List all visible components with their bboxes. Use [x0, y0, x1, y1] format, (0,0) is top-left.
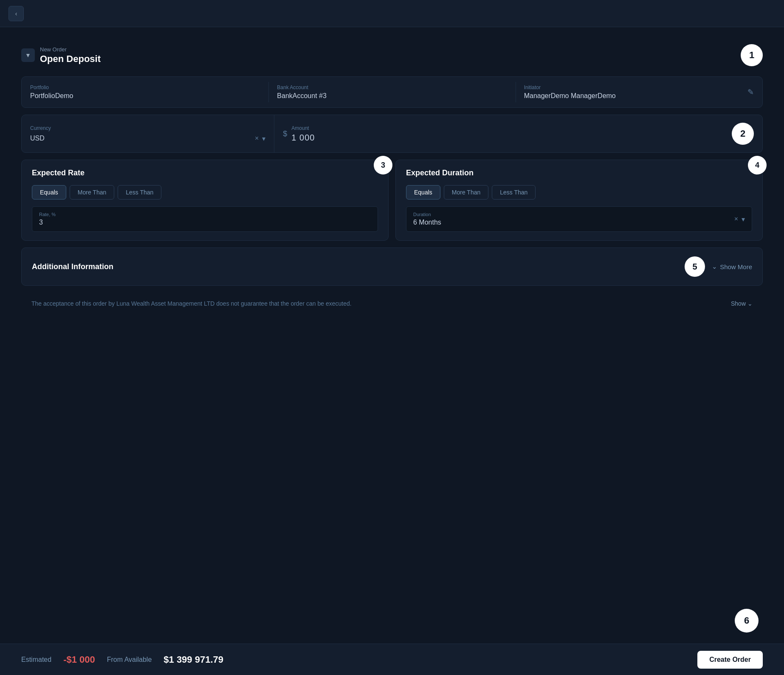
initiator-label: Initiator — [524, 84, 616, 90]
additional-info-card: Additional Information 5 ⌄ Show More — [21, 248, 763, 286]
duration-equals-btn[interactable]: Equals — [406, 185, 440, 200]
duration-clear-icon[interactable]: × — [734, 215, 738, 223]
back-button[interactable]: ‹ — [8, 6, 24, 21]
duration-input-inner: Duration 6 Months × ▾ — [413, 212, 745, 226]
rate-equals-btn[interactable]: Equals — [32, 185, 66, 200]
portfolio-label: Portfolio — [30, 84, 260, 90]
back-icon: ‹ — [15, 10, 17, 17]
estimated-value: -$1 000 — [63, 654, 95, 665]
top-bar: ‹ — [0, 0, 784, 27]
show-link[interactable]: Show ⌄ — [731, 299, 753, 308]
page-subtitle: New Order — [40, 46, 101, 53]
page-header-titles: New Order Open Deposit — [40, 46, 101, 65]
currency-section: Currency USD × ▾ — [22, 115, 274, 152]
additional-info-title: Additional Information — [32, 262, 113, 271]
dropdown-icon[interactable]: ▾ — [262, 135, 265, 143]
rate-field-value: 3 — [39, 219, 371, 226]
bank-account-section: Bank Account BankAccount #3 — [268, 77, 515, 107]
amount-section: $ Amount 1 000 2 — [274, 115, 762, 152]
portfolio-section: Portfolio PortfolioDemo — [22, 77, 268, 107]
show-more-label: Show More — [720, 263, 752, 270]
expected-rate-title: Expected Rate — [32, 169, 85, 177]
duration-chevron-icon[interactable]: ▾ — [742, 215, 745, 223]
show-link-label: Show — [731, 299, 746, 308]
step-circle-2: 2 — [732, 123, 754, 145]
duration-field-label: Duration — [413, 212, 441, 217]
expected-duration-card: Expected Duration 4 Equals More Than Les… — [395, 160, 763, 241]
estimated-label: Estimated — [21, 656, 51, 664]
expected-rate-card: Expected Rate 3 Equals More Than Less Th… — [21, 160, 389, 241]
currency-label: Currency — [30, 125, 265, 131]
step-circle-6: 6 — [735, 609, 759, 633]
expected-duration-header: Expected Duration 4 — [406, 169, 752, 177]
step-circle-4: 4 — [748, 156, 767, 174]
header-badge: ▼ — [21, 48, 35, 62]
portfolio-bank-card: Portfolio PortfolioDemo Bank Account Ban… — [21, 76, 763, 108]
header-badge-icon: ▼ — [25, 52, 31, 59]
expected-rate-header: Expected Rate 3 — [32, 169, 378, 177]
from-available-label: From Available — [107, 656, 152, 664]
show-more-chevron: ⌄ — [712, 263, 717, 270]
fields-row: Portfolio PortfolioDemo Bank Account Ban… — [22, 77, 762, 107]
bottom-bar: Estimated -$1 000 From Available $1 399 … — [0, 644, 784, 675]
step-circle-3: 3 — [374, 156, 392, 174]
duration-less-than-btn[interactable]: Less Than — [492, 185, 536, 200]
currency-amount-card: Currency USD × ▾ $ Amount 1 000 — [21, 115, 763, 153]
duration-more-than-btn[interactable]: More Than — [444, 185, 488, 200]
expected-duration-title: Expected Duration — [406, 169, 474, 177]
initiator-section: Initiator ManagerDemo ManagerDemo ✎ — [516, 77, 762, 107]
page-title: Open Deposit — [40, 53, 101, 65]
duration-toggle-group: Equals More Than Less Than — [406, 185, 752, 200]
page-header: ▼ New Order Open Deposit 1 — [21, 44, 763, 66]
portfolio-value: PortfolioDemo — [30, 92, 260, 100]
show-more-button[interactable]: ⌄ Show More — [712, 263, 752, 270]
bank-account-label: Bank Account — [277, 84, 507, 90]
disclaimer-section: The acceptance of this order by Luna Wea… — [21, 292, 763, 315]
currency-controls: USD × ▾ — [30, 135, 265, 143]
rate-field-label: Rate, % — [39, 212, 371, 217]
step-circle-5: 5 — [685, 256, 705, 277]
rate-input-field[interactable]: Rate, % 3 — [32, 206, 378, 232]
currency-value: USD — [30, 135, 45, 142]
main-content: ▼ New Order Open Deposit 1 Portfolio Por… — [0, 27, 784, 468]
rate-less-than-btn[interactable]: Less Than — [118, 185, 161, 200]
clear-icon[interactable]: × — [255, 135, 259, 143]
edit-icon[interactable]: ✎ — [747, 87, 754, 97]
additional-info-header: Additional Information 5 ⌄ Show More — [22, 248, 762, 285]
initiator-inner: Initiator ManagerDemo ManagerDemo ✎ — [524, 84, 754, 100]
step-circle-1: 1 — [741, 44, 763, 66]
amount-field: Amount 1 000 — [291, 125, 315, 143]
currency-icons: × ▾ — [255, 135, 265, 143]
bank-account-value: BankAccount #3 — [277, 92, 507, 100]
amount-left: $ Amount 1 000 — [283, 125, 315, 143]
amount-value: 1 000 — [291, 133, 315, 143]
duration-dropdown-controls: × ▾ — [734, 215, 745, 223]
rate-more-than-btn[interactable]: More Than — [70, 185, 114, 200]
disclaimer-text: The acceptance of this order by Luna Wea… — [31, 299, 352, 308]
estimated-section: Estimated -$1 000 From Available $1 399 … — [21, 654, 223, 665]
dollar-sign-icon: $ — [283, 129, 287, 138]
show-link-chevron: ⌄ — [747, 299, 753, 308]
currency-amount-row: Currency USD × ▾ $ Amount 1 000 — [22, 115, 762, 152]
page-header-left: ▼ New Order Open Deposit — [21, 46, 101, 65]
initiator-value: ManagerDemo ManagerDemo — [524, 92, 616, 100]
dual-section-row: Expected Rate 3 Equals More Than Less Th… — [21, 160, 763, 241]
from-available-value: $1 399 971.79 — [164, 654, 223, 665]
duration-field-value: 6 Months — [413, 219, 441, 226]
amount-label: Amount — [291, 125, 315, 131]
create-order-button[interactable]: Create Order — [697, 651, 763, 669]
duration-input-field[interactable]: Duration 6 Months × ▾ — [406, 206, 752, 232]
rate-toggle-group: Equals More Than Less Than — [32, 185, 378, 200]
